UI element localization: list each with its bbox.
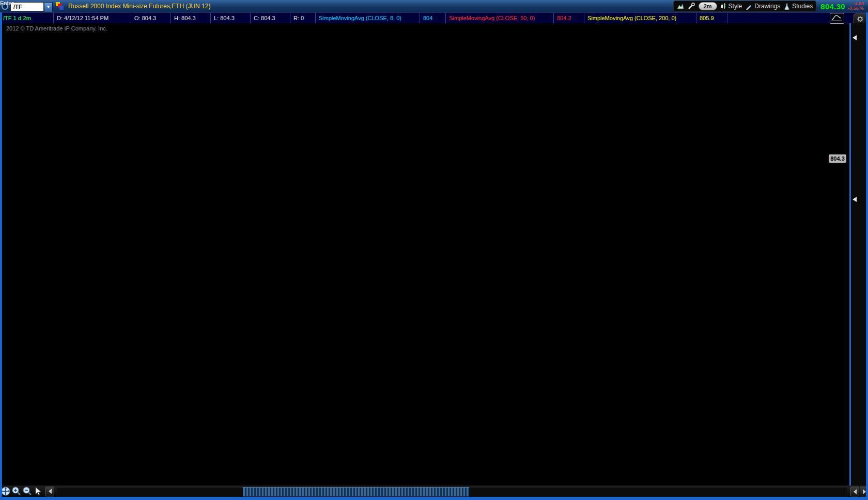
pan-button[interactable] xyxy=(1,486,11,496)
snapshot-button[interactable] xyxy=(677,3,684,10)
candle-style-icon xyxy=(721,3,726,10)
low-value: L: 804.3 xyxy=(211,13,251,24)
snapshot-icon xyxy=(677,3,684,10)
symbol-input[interactable]: /TF xyxy=(10,2,44,11)
r-value: R: 0 xyxy=(290,13,316,24)
chart-canvas[interactable] xyxy=(4,23,828,474)
zoom-out-button[interactable] xyxy=(22,486,33,496)
chart-toolbar: 2m Style Drawings Studies 804.30 -4.50 -… xyxy=(673,1,864,12)
tab-pointer-icon xyxy=(853,35,857,40)
sma200-label[interactable]: SimpleMovingAvg (CLOSE, 200, 0) xyxy=(584,13,696,24)
style-button[interactable]: Style xyxy=(721,3,742,10)
symbol-dropdown-button[interactable]: ▼ xyxy=(44,2,53,12)
studies-button[interactable]: Studies xyxy=(784,3,813,10)
scroll-left-end-button[interactable] xyxy=(850,487,859,496)
pencil-icon xyxy=(746,3,752,10)
panel-divider xyxy=(849,23,851,497)
side-tab-strip xyxy=(851,23,867,486)
drawings-button[interactable]: Drawings xyxy=(746,3,780,10)
window-frame-bottom xyxy=(0,497,868,500)
interval-button[interactable]: 2m xyxy=(699,2,717,10)
wrench-icon xyxy=(688,3,695,10)
time-axis[interactable] xyxy=(0,474,868,486)
chart-settings-button[interactable] xyxy=(688,3,695,10)
datetime-value: D: 4/12/12 11:54 PM xyxy=(54,13,131,24)
data-row: /TF 1 d 2m D: 4/12/12 11:54 PM O: 804.3 … xyxy=(0,12,868,24)
change-percent: -0.56 % xyxy=(848,6,864,11)
sma200-value: 805.9 xyxy=(696,13,727,24)
sma50-label[interactable]: SimpleMovingAvg (CLOSE, 50, 0) xyxy=(446,13,554,24)
series-label: /TF 1 d 2m xyxy=(0,13,54,24)
open-value: O: 804.3 xyxy=(131,13,171,24)
gear-icon xyxy=(857,15,864,23)
title-bar: /TF ▼ Russell 2000 Index Mini-size Futur… xyxy=(0,0,868,12)
instrument-title: Russell 2000 Index Mini-size Futures,ETH… xyxy=(68,3,210,10)
active-tab-pointer-icon xyxy=(853,197,857,202)
high-value: H: 804.3 xyxy=(171,13,211,24)
scroll-left-button[interactable] xyxy=(45,487,54,496)
sma50-value: 804.2 xyxy=(554,13,584,24)
flask-icon xyxy=(784,3,790,10)
thinkorswim-chart-window: /TF ▼ Russell 2000 Index Mini-size Futur… xyxy=(0,0,868,500)
window-frame-right xyxy=(866,12,868,500)
symbol-select[interactable]: /TF ▼ xyxy=(10,2,53,10)
last-price: 804.30 xyxy=(820,2,845,11)
current-price-badge: 804.3 xyxy=(829,154,846,163)
cursor-button[interactable] xyxy=(33,486,43,496)
sma8-value: 804 xyxy=(420,13,446,24)
copyright-text: 2012 © TD Ameritrade IP Company, Inc. xyxy=(6,25,107,32)
close-value: C: 804.3 xyxy=(251,13,290,24)
link-color-icon[interactable] xyxy=(56,2,64,10)
sma8-label[interactable]: SimpleMovingAvg (CLOSE, 8, 0) xyxy=(316,13,420,24)
window-frame-left xyxy=(0,12,2,500)
enter-annotation: Enter xyxy=(0,0,13,6)
zoom-in-button[interactable] xyxy=(11,486,22,496)
mini-chart-icon[interactable] xyxy=(830,13,844,24)
chart-scrollbar-thumb[interactable] xyxy=(243,487,469,496)
price-change: -4.50 -0.56 % xyxy=(848,2,864,11)
